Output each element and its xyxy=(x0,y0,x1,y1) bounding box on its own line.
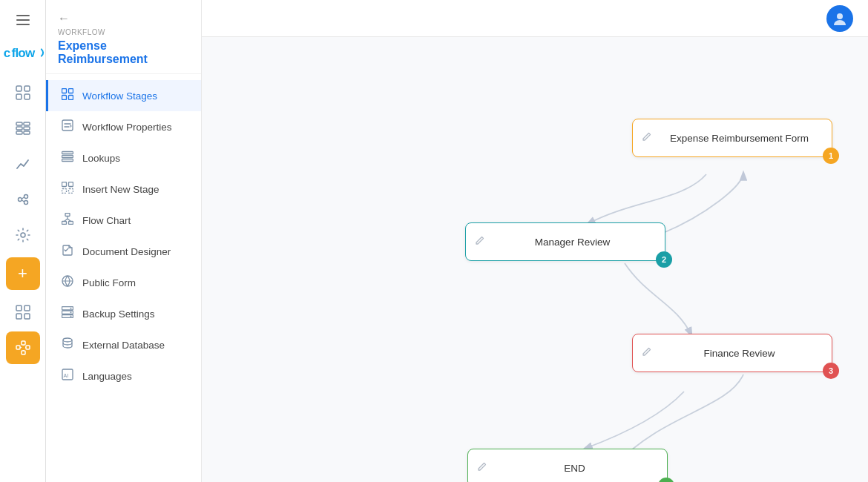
node4-badge: 4 xyxy=(658,478,674,482)
svg-rect-12 xyxy=(24,127,30,130)
svg-rect-41 xyxy=(62,182,67,187)
sidebar-item-label-backup-settings: Backup Settings xyxy=(82,308,155,320)
sidebar-item-workflow-stages[interactable]: Workflow Stages xyxy=(46,80,201,111)
svg-rect-35 xyxy=(62,96,67,100)
sidebar-item-document-designer[interactable]: Document Designer xyxy=(46,236,201,267)
svg-point-57 xyxy=(70,316,72,317)
sidebar-back: ← xyxy=(58,12,189,25)
sidebar-item-label-insert-new-stage: Insert New Stage xyxy=(82,184,160,195)
svg-line-18 xyxy=(22,197,24,199)
nav-icon-grid[interactable] xyxy=(6,296,40,329)
user-avatar[interactable] xyxy=(826,5,853,32)
sidebar-item-label-external-database: External Database xyxy=(82,340,165,351)
edit-icon-node1[interactable] xyxy=(642,132,651,144)
nav-icon-dashboard[interactable] xyxy=(6,76,40,109)
node1-badge: 1 xyxy=(823,148,839,164)
svg-rect-1 xyxy=(16,19,30,21)
svg-point-16 xyxy=(24,195,27,199)
svg-text:flow: flow xyxy=(11,46,35,60)
nav-icon-settings[interactable] xyxy=(6,219,40,251)
svg-point-58 xyxy=(63,338,72,342)
sidebar-item-label-lookups: Lookups xyxy=(82,153,120,164)
svg-rect-22 xyxy=(24,306,30,311)
svg-point-55 xyxy=(70,308,72,309)
svg-text:AI: AI xyxy=(64,373,69,378)
nav-icon-workflow[interactable] xyxy=(6,331,40,364)
public-form-icon xyxy=(60,275,75,290)
nav-icon-chart[interactable] xyxy=(6,148,40,180)
node2-label: Manager Review xyxy=(492,237,653,248)
flow-node-4[interactable]: END 4 xyxy=(467,449,668,482)
edit-icon-node2[interactable] xyxy=(475,236,484,248)
svg-text:c: c xyxy=(3,46,10,60)
sidebar-menu: Workflow Stages Workflow Properties Lo xyxy=(46,74,201,397)
nav-icon-data[interactable] xyxy=(6,112,40,145)
svg-rect-44 xyxy=(69,189,73,194)
app-logo: c flow xyxy=(0,36,46,76)
flow-chart-icon xyxy=(60,213,75,228)
svg-rect-0 xyxy=(16,15,30,16)
svg-rect-25 xyxy=(16,346,20,349)
svg-line-19 xyxy=(22,200,24,202)
svg-rect-47 xyxy=(69,222,73,225)
sidebar-title: Expense Reimbursement xyxy=(58,39,189,66)
svg-rect-10 xyxy=(24,122,30,125)
lookups-icon xyxy=(60,151,75,165)
nav-icon-analytics[interactable] xyxy=(6,183,40,216)
svg-rect-39 xyxy=(62,156,73,158)
svg-rect-46 xyxy=(62,222,67,225)
svg-rect-27 xyxy=(26,346,30,349)
sidebar-breadcrumb: WORKFLOW xyxy=(58,28,189,36)
svg-rect-36 xyxy=(69,96,73,100)
sidebar-item-label-languages: Languages xyxy=(82,371,132,382)
back-arrow-icon[interactable]: ← xyxy=(58,12,70,25)
svg-point-20 xyxy=(21,233,25,237)
top-nav xyxy=(202,0,868,37)
sidebar-item-public-form[interactable]: Public Form xyxy=(46,267,201,298)
svg-point-56 xyxy=(70,311,72,313)
edit-icon-node3[interactable] xyxy=(642,347,651,359)
edit-icon-node4[interactable] xyxy=(477,462,487,474)
svg-rect-23 xyxy=(16,314,22,319)
nav-icon-add[interactable]: + xyxy=(6,257,40,290)
hamburger-menu[interactable] xyxy=(9,6,37,36)
svg-rect-45 xyxy=(65,214,70,217)
workflow-properties-icon xyxy=(60,119,75,134)
svg-rect-33 xyxy=(62,89,67,93)
document-designer-icon xyxy=(60,244,75,259)
svg-rect-9 xyxy=(16,122,22,125)
svg-rect-14 xyxy=(24,131,30,134)
main-content: Expense Reimbursement Form 1 Manager Rev… xyxy=(202,0,868,482)
languages-icon: AI xyxy=(60,369,75,383)
svg-point-61 xyxy=(837,13,843,19)
node2-badge: 2 xyxy=(656,251,672,268)
sidebar-item-backup-settings[interactable]: Backup Settings xyxy=(46,298,201,329)
flow-node-2[interactable]: Manager Review 2 xyxy=(465,222,665,261)
svg-rect-7 xyxy=(16,94,22,99)
sidebar-item-languages[interactable]: AI Languages xyxy=(46,360,201,392)
svg-rect-34 xyxy=(69,89,73,93)
sidebar-item-lookups[interactable]: Lookups xyxy=(46,142,201,174)
node1-label: Expense Reimbursement Form xyxy=(659,133,820,144)
sidebar-item-label-document-designer: Document Designer xyxy=(82,246,171,257)
svg-rect-42 xyxy=(69,182,73,187)
svg-rect-13 xyxy=(16,131,22,134)
flow-node-3[interactable]: Finance Review 3 xyxy=(632,334,832,372)
add-icon: + xyxy=(18,265,27,282)
backup-settings-icon xyxy=(60,306,75,321)
sidebar-item-flow-chart[interactable]: Flow Chart xyxy=(46,205,201,236)
sidebar-item-external-database[interactable]: External Database xyxy=(46,329,201,360)
svg-point-17 xyxy=(24,201,27,205)
sidebar-item-label-workflow-stages: Workflow Stages xyxy=(82,90,157,102)
flow-node-1[interactable]: Expense Reimbursement Form 1 xyxy=(632,119,832,157)
icon-nav: c flow xyxy=(0,0,46,482)
svg-rect-40 xyxy=(62,159,73,162)
svg-rect-24 xyxy=(24,314,30,319)
insert-new-stage-icon xyxy=(60,182,75,197)
sidebar-item-insert-new-stage[interactable]: Insert New Stage xyxy=(46,174,201,205)
external-database-icon xyxy=(60,337,75,352)
sidebar-item-workflow-properties[interactable]: Workflow Properties xyxy=(46,111,201,142)
svg-rect-43 xyxy=(62,189,67,194)
svg-rect-26 xyxy=(22,341,25,345)
svg-rect-8 xyxy=(24,94,30,99)
